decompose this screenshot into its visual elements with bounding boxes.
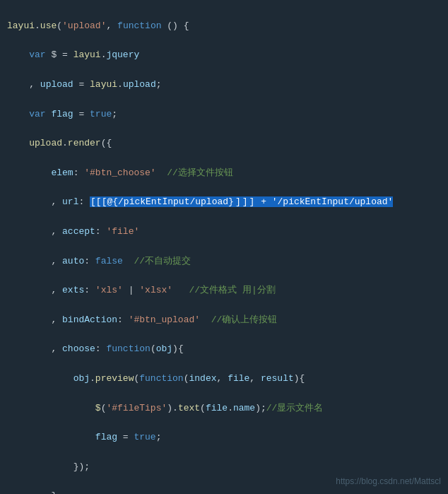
code-line-7: , url: [[[@{/pickEntInput/upload}]]] + '…	[7, 195, 441, 210]
watermark: https://blog.csdn.net/Mattscl	[336, 475, 441, 488]
code-line-1: layui.use('upload', function () {	[7, 19, 441, 34]
code-line-9: , auto: false //不自动提交	[7, 254, 441, 269]
code-line-12: , choose: function(obj){	[7, 342, 441, 357]
code-line-14: $('#fileTips').text(file.name);//显示文件名	[7, 401, 441, 416]
code-line-8: , accept: 'file'	[7, 225, 441, 240]
code-line-2: var $ = layui.jquery	[7, 48, 441, 63]
code-line-5: upload.render({	[7, 136, 441, 151]
code-line-15: flag = true;	[7, 430, 441, 445]
code-line-13: obj.preview(function(index, file, result…	[7, 372, 441, 387]
code-line-6: elem: '#btn_choose' //选择文件按钮	[7, 166, 441, 181]
code-line-16: });	[7, 460, 441, 475]
code-line-17: }	[7, 489, 441, 494]
code-line-3: , upload = layui.upload;	[7, 78, 441, 93]
code-line-11: , bindAction: '#btn_upload' //确认上传按钮	[7, 313, 441, 328]
code-editor: layui.use('upload', function () { var $ …	[0, 0, 448, 494]
code-line-4: var flag = true;	[7, 107, 441, 122]
code-line-10: , exts: 'xls' | 'xlsx' //文件格式 用|分割	[7, 283, 441, 298]
